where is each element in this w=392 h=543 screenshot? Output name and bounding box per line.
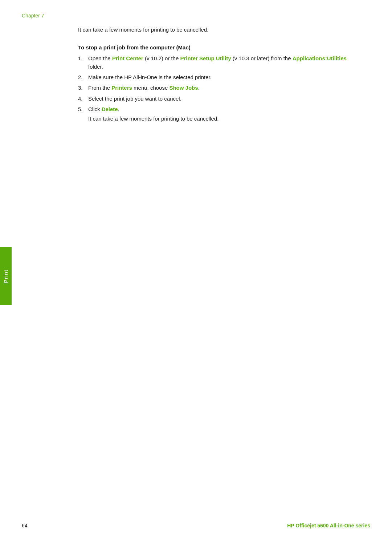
list-item: 5. Click Delete. It can take a few momen… xyxy=(78,105,348,123)
footer-page-number: 64 xyxy=(22,523,28,528)
list-item: 2. Make sure the HP All-in-One is the se… xyxy=(78,73,348,81)
step-number: 4. xyxy=(78,94,88,103)
side-tab-label: Print xyxy=(3,270,9,283)
step-content: Open the Print Center (v 10.2) or the Pr… xyxy=(88,54,348,71)
print-center-link: Print Center xyxy=(112,55,143,61)
step-number: 2. xyxy=(78,73,88,81)
list-item: 4. Select the print job you want to canc… xyxy=(78,94,348,103)
list-item: 1. Open the Print Center (v 10.2) or the… xyxy=(78,54,348,71)
list-item: 3. From the Printers menu, choose Show J… xyxy=(78,84,348,92)
step-content: Click Delete. xyxy=(88,105,119,113)
section-heading: To stop a print job from the computer (M… xyxy=(78,44,348,50)
step-note: It can take a few moments for printing t… xyxy=(88,115,219,123)
step-number: 3. xyxy=(78,84,88,92)
footer-product-name: HP Officejet 5600 All-in-One series xyxy=(287,523,370,528)
intro-text: It can take a few moments for printing t… xyxy=(78,26,348,34)
applications-utilities-link: Applications:Utilities xyxy=(293,55,347,61)
steps-list: 1. Open the Print Center (v 10.2) or the… xyxy=(78,54,348,123)
step-content: Make sure the HP All-in-One is the selec… xyxy=(88,73,348,81)
printer-setup-link: Printer Setup Utility xyxy=(180,55,231,61)
main-content: It can take a few moments for printing t… xyxy=(78,26,348,123)
side-tab: Print xyxy=(0,247,12,305)
footer: 64 HP Officejet 5600 All-in-One series xyxy=(22,523,370,528)
step-content: From the Printers menu, choose Show Jobs… xyxy=(88,84,348,92)
step-content: Select the print job you want to cancel. xyxy=(88,94,348,103)
delete-link: Delete xyxy=(102,106,118,112)
printers-link: Printers xyxy=(111,85,132,91)
step-number: 1. xyxy=(78,54,88,62)
page-container: Chapter 7 It can take a few moments for … xyxy=(0,0,392,543)
step-number: 5. xyxy=(78,105,88,113)
show-jobs-link: Show Jobs xyxy=(169,85,198,91)
chapter-label: Chapter 7 xyxy=(22,13,370,19)
